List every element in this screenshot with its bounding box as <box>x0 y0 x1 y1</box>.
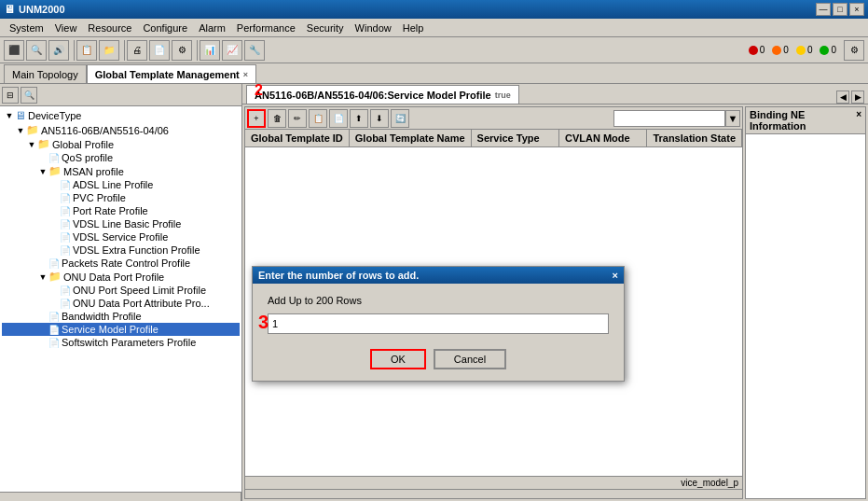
tab-nav-next[interactable]: ▶ <box>851 90 864 104</box>
status-yellow: 0 <box>796 45 813 55</box>
menu-bar: System View Resource Configure Alarm Per… <box>0 19 868 37</box>
tree-item-pvc[interactable]: 📄 PVC Profile <box>2 191 240 204</box>
tree-area[interactable]: ▼ 🖥 DeviceType ▼ 📁 AN5116-06B/AN5516-04/… <box>0 106 241 492</box>
close-button[interactable]: × <box>849 3 864 16</box>
toolbar-btn-11[interactable]: 🔧 <box>244 40 265 61</box>
dialog-title-bar: Enter the number of rows to add. × <box>253 267 624 284</box>
toolbar-btn-1[interactable]: ⬛ <box>4 40 24 61</box>
tree-item-an5116[interactable]: ▼ 📁 AN5116-06B/AN5516-04/06 <box>2 123 240 137</box>
expand-icon[interactable]: ▼ <box>26 140 37 149</box>
menu-window[interactable]: Window <box>350 21 397 35</box>
restore-button[interactable]: □ <box>833 3 847 16</box>
binding-panel-close[interactable]: × <box>856 109 861 132</box>
export-btn[interactable]: ⬇ <box>370 109 389 128</box>
menu-help[interactable]: Help <box>397 21 430 35</box>
tree-item-adsl[interactable]: 📄 ADSL Line Profile <box>2 178 240 191</box>
toolbar-settings-btn[interactable]: ⚙ <box>844 40 864 61</box>
main-content: ⊟ 🔍 ▼ 🖥 DeviceType ▼ 📁 AN5116-06B/AN5516… <box>0 84 868 501</box>
tab-bar: Main Topology Global Template Management… <box>0 63 868 84</box>
tree-search-btn[interactable]: 🔍 <box>21 87 37 104</box>
tree-collapse-btn[interactable]: ⊟ <box>2 87 19 104</box>
expand-icon[interactable]: ▼ <box>4 111 15 120</box>
tab-nav-prev[interactable]: ◀ <box>836 90 849 104</box>
tree-item-onu-attr[interactable]: 📄 ONU Data Port Attribute Pro... <box>2 297 240 310</box>
content-tab-label: AN5116-06B/AN5516-04/06:Service Model Pr… <box>255 90 491 101</box>
content-tab[interactable]: AN5116-06B/AN5516-04/06:Service Model Pr… <box>246 85 519 104</box>
menu-resource[interactable]: Resource <box>82 21 137 35</box>
import-btn[interactable]: ⬆ <box>350 109 368 128</box>
tree-item-vdslbasic[interactable]: 📄 VDSL Line Basic Profile <box>2 217 240 230</box>
app-icon: 🖥 <box>4 3 15 16</box>
tree-item-portrate[interactable]: 📄 Port Rate Profile <box>2 204 240 217</box>
table-hscroll[interactable] <box>245 489 742 498</box>
expand-icon[interactable]: ▼ <box>37 167 48 176</box>
dialog-description: Add Up to 200 Rows <box>268 295 609 306</box>
toolbar-btn-9[interactable]: 📊 <box>200 40 220 61</box>
toolbar-btn-3[interactable]: 🔊 <box>48 40 69 61</box>
tree-item-global-profile[interactable]: ▼ 📁 Global Profile <box>2 137 240 151</box>
dialog-rows-input[interactable] <box>268 313 609 334</box>
menu-system[interactable]: System <box>4 21 49 35</box>
dialog-buttons: OK Cancel <box>370 349 506 369</box>
tree-item-onu-data[interactable]: ▼ 📁 ONU Data Port Profile <box>2 270 240 284</box>
binding-panel-header: Binding NE Information × <box>746 107 865 134</box>
expand-icon[interactable]: ▼ <box>15 126 26 135</box>
dialog-cancel-button[interactable]: Cancel <box>434 349 506 369</box>
tab-close-icon[interactable]: × <box>243 70 248 79</box>
toolbar-btn-6[interactable]: 🖨 <box>127 40 147 61</box>
toolbar-btn-7[interactable]: 📄 <box>149 40 170 61</box>
tree-item-devicetype[interactable]: ▼ 🖥 DeviceType <box>2 108 240 123</box>
left-panel: ⊟ 🔍 ▼ 🖥 DeviceType ▼ 📁 AN5116-06B/AN5516… <box>0 84 242 501</box>
search-dropdown-btn[interactable]: ▼ <box>725 110 740 127</box>
col-global-template-name: Global Template Name <box>350 130 472 146</box>
dialog-body: Add Up to 200 Rows 3 OK Cancel <box>253 284 624 381</box>
col-translation-state: Translation State <box>647 130 742 146</box>
menu-view[interactable]: View <box>49 21 83 35</box>
toolbar-btn-5[interactable]: 📁 <box>99 40 119 61</box>
table-toolbar: + 🗑 ✏ 📋 📄 ⬆ ⬇ 🔄 ▼ <box>245 107 742 130</box>
delete-row-btn[interactable]: 🗑 <box>268 109 286 128</box>
status-green: 0 <box>820 45 836 55</box>
add-rows-dialog: Enter the number of rows to add. × Add U… <box>252 266 625 382</box>
title-bar: 🖥 UNM2000 — □ × <box>0 0 868 19</box>
step2-label: 2 <box>255 84 263 99</box>
toolbar-btn-8[interactable]: ⚙ <box>172 40 192 61</box>
tree-item-msan[interactable]: ▼ 📁 MSAN profile <box>2 164 240 178</box>
col-service-type: Service Type <box>472 130 559 146</box>
toolbar-btn-2[interactable]: 🔍 <box>26 40 47 61</box>
tree-item-packets[interactable]: 📄 Packets Rate Control Profile <box>2 257 240 270</box>
paste-btn[interactable]: 📄 <box>329 109 348 128</box>
tree-item-qos[interactable]: 📄 QoS profile <box>2 151 240 164</box>
tree-item-service-model[interactable]: 📄 Service Model Profile 1 <box>2 323 240 336</box>
menu-alarm[interactable]: Alarm <box>193 21 231 35</box>
status-orange: 0 <box>772 45 789 55</box>
add-row-btn[interactable]: + <box>247 109 266 128</box>
menu-security[interactable]: Security <box>301 21 350 35</box>
expand-icon[interactable]: ▼ <box>37 272 48 282</box>
tree-item-bandwidth[interactable]: 📄 Bandwidth Profile <box>2 310 240 323</box>
tree-item-vdslservice[interactable]: 📄 VDSL Service Profile <box>2 230 240 244</box>
tab-global-template[interactable]: Global Template Management × <box>87 64 256 83</box>
table-search-input[interactable] <box>613 110 725 127</box>
main-toolbar: ⬛ 🔍 🔊 📋 📁 🖨 📄 ⚙ 📊 📈 🔧 0 0 0 0 ⚙ <box>0 37 868 63</box>
toolbar-btn-10[interactable]: 📈 <box>222 40 242 61</box>
dialog-close-btn[interactable]: × <box>613 270 618 281</box>
tree-item-softswitch[interactable]: 📄 Softswitch Parameters Profile <box>2 336 240 349</box>
refresh-btn[interactable]: 🔄 <box>391 109 409 128</box>
dialog-title-label: Enter the number of rows to add. <box>258 270 419 281</box>
content-tab-close[interactable]: true <box>495 90 511 100</box>
col-cvlan-mode: CVLAN Mode <box>559 130 647 146</box>
step3-label: 3 <box>258 312 269 333</box>
menu-performance[interactable]: Performance <box>231 21 301 35</box>
minimize-button[interactable]: — <box>816 3 831 16</box>
toolbar-btn-4[interactable]: 📋 <box>76 40 97 61</box>
menu-configure[interactable]: Configure <box>137 21 193 35</box>
edit-row-btn[interactable]: ✏ <box>288 109 307 128</box>
status-red: 0 <box>749 45 765 55</box>
binding-panel: Binding NE Information × <box>745 106 866 499</box>
tree-item-onu-speed[interactable]: 📄 ONU Port Speed Limit Profile <box>2 284 240 297</box>
tab-main-topology[interactable]: Main Topology <box>4 64 87 83</box>
dialog-ok-button[interactable]: OK <box>370 349 426 369</box>
copy-btn[interactable]: 📋 <box>309 109 327 128</box>
tree-item-vdslextra[interactable]: 📄 VDSL Extra Function Profile <box>2 244 240 257</box>
